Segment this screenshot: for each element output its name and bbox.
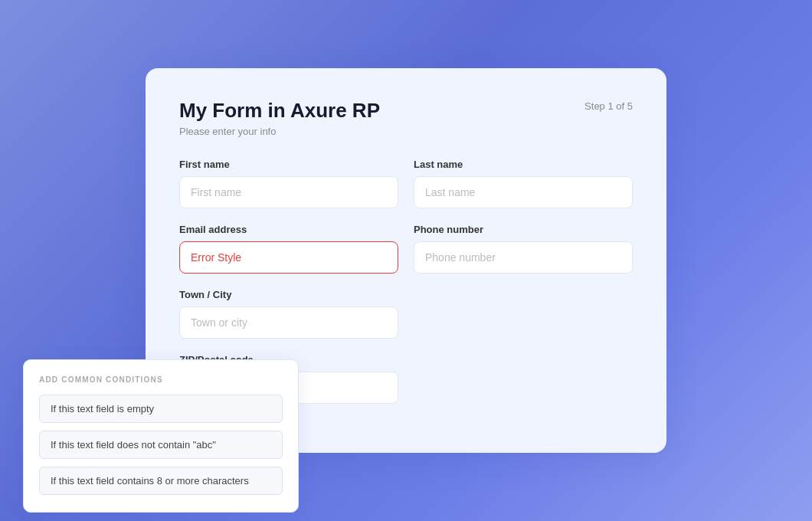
phone-input[interactable] (414, 241, 633, 274)
main-form-card: My Form in Axure RP Please enter your in… (146, 68, 666, 453)
first-name-input[interactable] (179, 176, 398, 208)
condition-btn-empty[interactable]: If this text field is empty (39, 395, 283, 423)
row-email-phone: Email address Phone number (179, 224, 633, 274)
email-label: Email address (179, 224, 398, 235)
last-name-group: Last name (414, 159, 633, 208)
phone-label: Phone number (414, 224, 633, 235)
email-group: Email address (179, 224, 398, 274)
conditions-popup: ADD COMMON CONDITIONS If this text field… (23, 359, 299, 513)
step-label: Step 1 of 5 (584, 100, 633, 112)
email-input[interactable] (179, 241, 398, 274)
last-name-input[interactable] (414, 176, 633, 208)
first-name-group: First name (179, 159, 398, 208)
phone-group: Phone number (414, 224, 633, 274)
row-name: First name Last name (179, 159, 633, 208)
conditions-heading: ADD COMMON CONDITIONS (39, 375, 283, 384)
first-name-label: First name (179, 159, 398, 170)
form-subtitle: Please enter your info (179, 126, 633, 137)
last-name-label: Last name (414, 159, 633, 170)
town-group: Town / City (179, 289, 398, 339)
row-town: Town / City (179, 289, 633, 339)
town-input[interactable] (179, 306, 398, 339)
form-title: My Form in Axure RP (179, 99, 633, 123)
town-label: Town / City (179, 289, 398, 300)
condition-btn-notcontain[interactable]: If this text field does not contain "abc… (39, 431, 283, 459)
condition-btn-chars[interactable]: If this text field contains 8 or more ch… (39, 467, 283, 495)
